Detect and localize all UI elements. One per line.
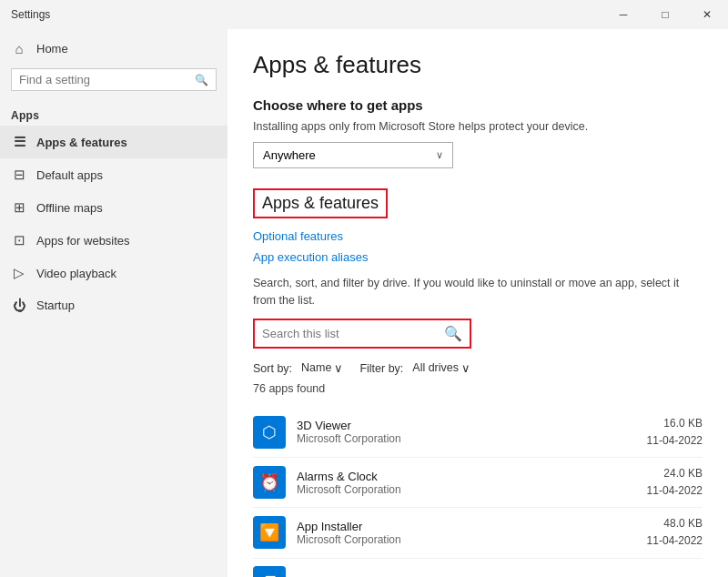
sidebar-item-video-playback[interactable]: ▷ Video playback xyxy=(0,257,228,289)
close-button[interactable]: ✕ xyxy=(686,0,728,29)
titlebar: Settings ─ □ ✕ xyxy=(0,0,728,29)
app-icon: ⬡ xyxy=(253,416,286,449)
settings-search-box[interactable]: 🔍 xyxy=(11,68,217,91)
video-playback-icon: ▷ xyxy=(11,265,27,281)
page-title: Apps & features xyxy=(253,51,703,79)
filter-label: Filter by: All drives ∨ xyxy=(359,361,470,375)
app-corp: Microsoft Corporation xyxy=(297,432,636,445)
sort-filter-row: Sort by: Name ∨ Filter by: All drives ∨ xyxy=(253,361,703,375)
startup-icon: ⏻ xyxy=(11,298,27,313)
app-corp: Microsoft Corporation xyxy=(297,533,636,546)
app-list: ⬡3D ViewerMicrosoft Corporation16.0 KB11… xyxy=(253,408,703,578)
app-name: Alarms & Clock xyxy=(297,470,636,483)
search-list-box[interactable]: 🔍 xyxy=(253,319,471,349)
sidebar: ⌂ Home 🔍 Apps ☰ Apps & features ⊟ Defaul… xyxy=(0,29,228,577)
chevron-down-icon: ∨ xyxy=(436,149,443,161)
filter-dropdown[interactable]: All drives ∨ xyxy=(407,361,470,375)
home-icon: ⌂ xyxy=(11,41,27,56)
app-date: 11-04-2022 xyxy=(647,532,703,550)
sidebar-offline-maps-label: Offline maps xyxy=(36,201,103,215)
app-info: Alarms & ClockMicrosoft Corporation xyxy=(297,470,636,496)
app-size: 48.0 KB xyxy=(647,515,703,532)
app-icon: ⏰ xyxy=(253,466,286,499)
apps-websites-icon: ⊡ xyxy=(11,232,27,248)
app-info: 3D ViewerMicrosoft Corporation xyxy=(297,419,636,445)
app-meta: 48.0 KB11-04-2022 xyxy=(647,515,703,550)
sidebar-item-apps-features[interactable]: ☰ Apps & features xyxy=(0,126,228,158)
apps-features-icon: ☰ xyxy=(11,134,27,150)
app-icon: 🔽 xyxy=(253,516,286,549)
choose-where-title: Choose where to get apps xyxy=(253,97,703,113)
app-name: App Installer xyxy=(297,520,636,533)
sort-label: Sort by: Name ∨ xyxy=(253,361,343,375)
app-icon: 🖥 xyxy=(253,566,286,577)
sidebar-apps-websites-label: Apps for websites xyxy=(36,234,130,248)
search-list-icon: 🔍 xyxy=(444,325,462,342)
search-icon: 🔍 xyxy=(195,74,208,86)
filter-description: Search, sort, and filter by drive. If yo… xyxy=(253,275,703,309)
search-list-input[interactable] xyxy=(262,327,444,340)
app-info: App InstallerMicrosoft Corporation xyxy=(297,520,636,546)
sidebar-item-home[interactable]: ⌂ Home xyxy=(0,33,228,65)
app-meta: 20-05-2022 xyxy=(647,573,703,577)
default-apps-icon: ⊟ xyxy=(11,167,27,183)
minimize-button[interactable]: ─ xyxy=(602,0,644,29)
sidebar-video-playback-label: Video playback xyxy=(36,267,116,280)
app-date: 11-04-2022 xyxy=(647,482,703,500)
sidebar-item-offline-maps[interactable]: ⊞ Offline maps xyxy=(0,191,228,224)
sidebar-item-startup[interactable]: ⏻ Startup xyxy=(0,289,228,321)
app-execution-link[interactable]: App execution aliases xyxy=(253,250,703,264)
sidebar-item-default-apps[interactable]: ⊟ Default apps xyxy=(0,158,228,191)
app-date: 11-04-2022 xyxy=(647,432,703,450)
app-meta: 16.0 KB11-04-2022 xyxy=(647,415,703,450)
sidebar-default-apps-label: Default apps xyxy=(36,168,103,182)
app-size: 24.0 KB xyxy=(647,465,703,482)
content-area: Apps & features Choose where to get apps… xyxy=(228,29,728,577)
optional-features-link[interactable]: Optional features xyxy=(253,229,703,243)
app-name: 3D Viewer xyxy=(297,419,636,432)
window-controls: ─ □ ✕ xyxy=(602,0,728,29)
settings-search-input[interactable] xyxy=(19,73,189,86)
sidebar-section-apps: Apps xyxy=(0,102,228,126)
sort-dropdown[interactable]: Name ∨ xyxy=(296,361,344,375)
app-list-item[interactable]: ⏰Alarms & ClockMicrosoft Corporation24.0… xyxy=(253,458,703,508)
main-layout: ⌂ Home 🔍 Apps ☰ Apps & features ⊟ Defaul… xyxy=(0,29,728,577)
maximize-button[interactable]: □ xyxy=(644,0,686,29)
app-list-item[interactable]: 🔽App InstallerMicrosoft Corporation48.0 … xyxy=(253,508,703,558)
get-apps-dropdown[interactable]: Anywhere ∨ xyxy=(253,142,453,168)
app-size: 16.0 KB xyxy=(647,415,703,432)
sidebar-home-label: Home xyxy=(36,42,68,56)
app-list-item[interactable]: ⬡3D ViewerMicrosoft Corporation16.0 KB11… xyxy=(253,408,703,458)
apps-features-heading: Apps & features xyxy=(253,188,388,218)
sidebar-apps-features-label: Apps & features xyxy=(36,136,127,149)
get-apps-dropdown-value: Anywhere xyxy=(263,148,316,162)
apps-count: 76 apps found xyxy=(253,382,703,395)
app-meta: 24.0 KB11-04-2022 xyxy=(647,465,703,500)
app-date: 20-05-2022 xyxy=(647,573,703,577)
choose-where-desc: Installing apps only from Microsoft Stor… xyxy=(253,120,703,133)
app-list-item[interactable]: 🖥BioniX Wallpaper Changer20-05-2022 xyxy=(253,559,703,577)
sidebar-startup-label: Startup xyxy=(36,299,75,312)
window-title: Settings xyxy=(11,8,50,21)
app-corp: Microsoft Corporation xyxy=(297,483,636,496)
offline-maps-icon: ⊞ xyxy=(11,199,27,216)
sidebar-item-apps-websites[interactable]: ⊡ Apps for websites xyxy=(0,224,228,257)
